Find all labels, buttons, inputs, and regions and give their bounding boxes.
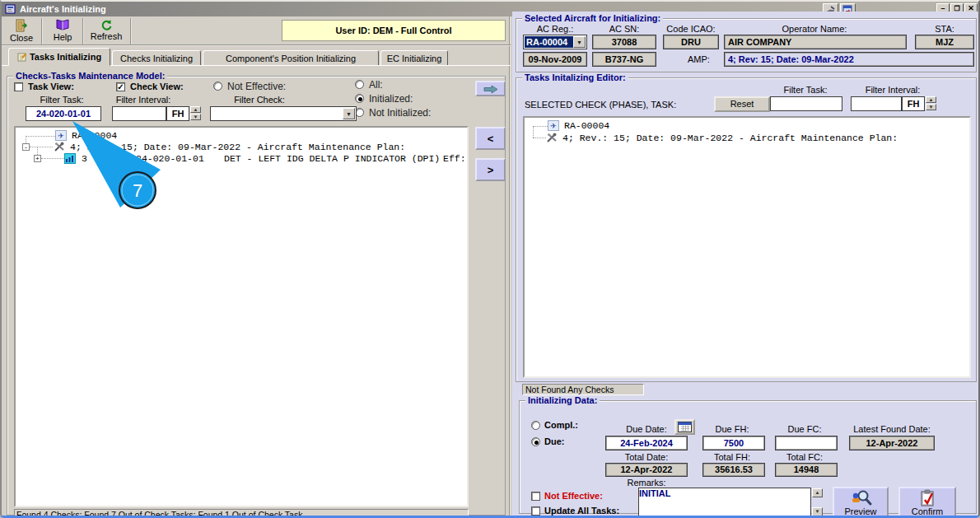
manufacture-date-field[interactable]: 09-Nov-2009 [523, 52, 587, 67]
tree-row-aircraft[interactable]: RA-00004 [72, 130, 117, 141]
window-title: Aircraft's Initializing [20, 2, 106, 16]
toolbar-separator-3 [130, 18, 132, 44]
tab-ec-initializing[interactable]: EC Initializing [380, 50, 448, 66]
initialized-radio[interactable] [355, 94, 364, 103]
remarks-scroll-down[interactable]: ▼ [812, 507, 823, 516]
tree-row-task-code[interactable]: 24-020-01-01 [136, 153, 204, 164]
due-fc-label: Due FC: [772, 424, 838, 434]
collapse-toggle[interactable]: - [22, 143, 30, 151]
editor-interval-spin-up[interactable]: ▲ [926, 96, 936, 103]
initialized-radio-label: Initialized: [369, 93, 413, 105]
remarks-scroll-up[interactable]: ▲ [812, 488, 823, 497]
maintenance-model-group: Checks-Tasks Maintenance Model: Task Vie… [7, 76, 506, 516]
tree-connector [533, 126, 534, 138]
help-button-label: Help [44, 32, 81, 42]
initializing-data-group: Initializing Data: Compl.: Due: Due Date… [519, 400, 977, 514]
sta-field[interactable]: MJZ [915, 35, 974, 49]
tree-connector [533, 126, 548, 127]
filter-check-label: Filter Check: [210, 95, 309, 105]
preview-button[interactable]: Preview [833, 487, 889, 518]
ac-sn-label: AC SN: [592, 24, 656, 34]
check-view-checkbox[interactable]: ✓ [116, 82, 125, 91]
total-fh-field: 35616.53 [702, 463, 765, 477]
toolbar-separator [41, 18, 43, 44]
tab-strip: Tasks Initializing Checks Initializing C… [2, 48, 511, 66]
tree-row-amp[interactable]: 4; Rev.: 15; Date: 09-Mar-2022 - Aircraf… [70, 142, 405, 152]
total-date-label: Total Date: [605, 452, 688, 462]
filter-task-input[interactable] [26, 106, 101, 121]
ac-reg-combo[interactable]: RA-00004 ▼ [523, 35, 587, 49]
reset-button[interactable]: Reset [714, 96, 770, 112]
expand-toggle[interactable]: + [34, 155, 41, 162]
interval-spin-up[interactable]: ▲ [190, 106, 201, 113]
model-tree[interactable]: ✈ RA-00004 - 4; Rev.: 15; Date: 09-Mar-2… [14, 126, 469, 507]
total-fh-label: Total FH: [699, 452, 765, 462]
selected-aircraft-group: Selected Aircraft for Initializing: AC R… [516, 18, 977, 72]
editor-tree-row-aircraft[interactable]: RA-00004 [564, 120, 609, 131]
filter-check-dropdown-icon[interactable]: ▼ [343, 108, 355, 119]
move-right-button[interactable]: > [475, 158, 506, 181]
close-button-label: Close [3, 33, 40, 43]
close-door-icon [3, 19, 40, 33]
update-all-tasks-checkbox[interactable] [531, 506, 540, 516]
filter-interval-input[interactable] [112, 106, 166, 121]
task-view-checkbox[interactable] [14, 82, 23, 91]
check-view-label: Check View: [130, 82, 184, 91]
task-chart-icon [64, 153, 76, 164]
not-effective-radio-label: Not Effective: [227, 81, 286, 92]
tasks-editor-group: Tasks Initalizing Editor: SELECTED CHECK… [516, 77, 977, 382]
filter-check-combo[interactable]: ▼ [210, 106, 357, 121]
transfer-arrow-icon [483, 85, 499, 94]
latest-found-date-label: Latest Found Date: [842, 424, 941, 434]
refresh-button-label: Refresh [86, 31, 127, 41]
amp-label: AMP: [688, 54, 710, 64]
task-view-label: Task View: [28, 82, 74, 91]
transfer-to-editor-button[interactable] [475, 81, 506, 96]
operator-name-field[interactable]: AIR COMPANY [724, 35, 907, 49]
preview-icon [849, 489, 872, 507]
help-button[interactable]: Help [44, 18, 81, 44]
ac-sn-field[interactable]: 37088 [592, 35, 656, 49]
confirm-button[interactable]: Confirm [898, 487, 956, 518]
editor-filter-interval-label: Filter Interval: [849, 85, 936, 95]
total-fc-label: Total FC: [772, 452, 838, 462]
tab-component-position-initializing[interactable]: Component's Position Initializing [203, 50, 379, 66]
initializing-data-group-title: Initializing Data: [525, 395, 600, 405]
refresh-button[interactable]: Refresh [86, 18, 127, 44]
editor-tree[interactable]: ✈ RA-00004 4; Rev.: 15; Date: 09-Mar-202… [523, 116, 971, 378]
due-fh-field[interactable]: 7500 [702, 436, 765, 450]
due-fc-field[interactable] [775, 436, 838, 450]
remarks-textarea[interactable] [638, 488, 811, 517]
ac-model-field[interactable]: B737-NG [592, 52, 656, 67]
tree-row-task-num: 3 [82, 153, 87, 164]
close-button[interactable]: Close [3, 18, 40, 44]
not-effective-radio[interactable] [213, 82, 222, 91]
editor-filter-task-input[interactable] [770, 96, 842, 111]
interval-spin-down[interactable]: ▼ [190, 114, 201, 120]
tab-checks-initializing[interactable]: Checks Initializing [112, 50, 201, 66]
tab-tasks-initializing[interactable]: Tasks Initializing [8, 48, 110, 66]
editor-interval-unit: FH [902, 96, 925, 111]
left-region: Close Help Refresh User ID: DEM - Full C… [2, 16, 511, 516]
code-icao-field[interactable]: DRU [663, 35, 719, 49]
ac-reg-value: RA-00004 [525, 36, 573, 48]
selected-check-label: SELECTED CHECK (PHASE), TASK: [525, 100, 676, 110]
not-effective-checkbox[interactable] [531, 492, 540, 501]
editor-interval-spin-down[interactable]: ▼ [926, 104, 936, 110]
due-date-field[interactable]: 24-Feb-2024 [605, 436, 688, 450]
total-fc-field: 14948 [775, 463, 838, 477]
calendar-button[interactable] [674, 419, 695, 435]
ac-reg-dropdown-icon[interactable]: ▼ [573, 36, 586, 48]
remarks-label: Remarks: [605, 478, 688, 488]
all-radio[interactable] [355, 80, 364, 89]
editor-filter-task-label: Filter Task: [768, 85, 842, 95]
editor-tree-row-amp[interactable]: 4; Rev.: 15; Date: 09-Mar-2022 - Aircraf… [562, 133, 898, 143]
code-icao-label: Code ICAO: [663, 24, 719, 34]
editor-filter-interval-input[interactable] [851, 96, 902, 111]
filter-interval-label: Filter Interval: [111, 95, 175, 105]
tree-row-task-eff: Eff: ALL [443, 153, 469, 164]
compl-radio[interactable] [531, 421, 540, 430]
sta-label: STA: [915, 24, 974, 34]
move-left-button[interactable]: < [475, 127, 506, 150]
due-radio[interactable] [531, 437, 540, 446]
